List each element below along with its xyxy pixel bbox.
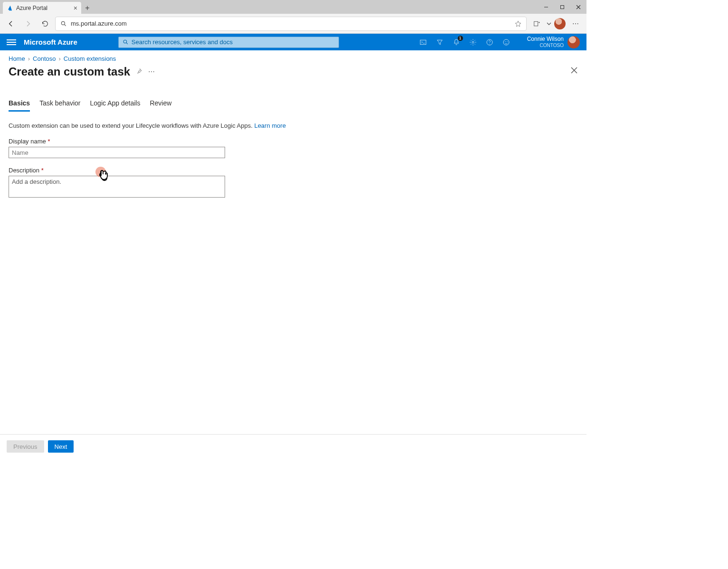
svg-point-16 [505,41,505,42]
close-blade-button[interactable] [570,66,578,76]
browser-profile-avatar[interactable] [554,18,566,29]
browser-toolbar: ms.portal.azure.com ⋯ [0,14,586,34]
svg-point-9 [123,40,127,43]
previous-button[interactable]: Previous [7,440,44,453]
address-url: ms.portal.azure.com [71,20,127,27]
more-icon[interactable]: ⋯ [148,68,155,76]
window-titlebar: Azure Portal × + [0,0,586,14]
close-tab-icon[interactable]: × [74,4,77,12]
chevron-right-icon: › [58,55,60,62]
azure-icon [7,5,13,11]
svg-line-5 [65,24,66,26]
learn-more-link[interactable]: Learn more [254,122,285,129]
tab-logic-app-details[interactable]: Logic App details [90,96,141,112]
back-button[interactable] [4,17,18,31]
breadcrumb: Home › Contoso › Custom extensions [9,55,578,62]
notifications-badge: 1 [458,36,463,41]
browser-tab[interactable]: Azure Portal × [3,2,81,14]
help-button[interactable] [482,34,498,50]
favorite-icon[interactable] [515,20,521,27]
search-icon [123,39,129,45]
breadcrumb-custom-extensions[interactable]: Custom extensions [64,55,116,62]
window-controls [538,0,586,14]
form-tabs: Basics Task behavior Logic App details R… [9,96,578,112]
svg-point-15 [503,39,509,45]
global-search-placeholder: Search resources, services and docs [132,38,233,46]
display-name-input[interactable] [9,147,225,158]
cloud-shell-button[interactable] [415,34,432,50]
search-icon [60,20,67,27]
breadcrumb-contoso[interactable]: Contoso [33,55,56,62]
forward-button[interactable] [21,17,35,31]
window-close-button[interactable] [570,0,586,14]
svg-rect-6 [534,21,538,26]
user-org: CONTOSO [527,42,564,48]
svg-point-12 [472,41,474,43]
page-title: Create an custom task [9,65,130,78]
browser-tab-title: Azure Portal [16,5,47,11]
directory-filter-button[interactable] [432,34,448,50]
svg-rect-11 [420,40,426,44]
display-name-label: Display name * [9,138,225,145]
window-minimize-button[interactable] [538,0,554,14]
avatar [567,36,580,48]
svg-line-10 [126,43,128,44]
tab-task-behavior[interactable]: Task behavior [39,96,80,112]
refresh-button[interactable] [38,17,52,31]
breadcrumb-home[interactable]: Home [9,55,25,62]
browser-menu-button[interactable]: ⋯ [568,17,583,31]
next-button[interactable]: Next [48,440,74,453]
new-tab-button[interactable]: + [81,2,94,14]
account-menu[interactable]: Connie Wilson CONTOSO [527,36,580,48]
pin-icon[interactable] [136,68,142,76]
settings-button[interactable] [465,34,482,50]
collections-button[interactable] [529,17,544,31]
browser-tabstrip: Azure Portal × + [3,2,94,14]
window-maximize-button[interactable] [554,0,570,14]
wizard-footer: Previous Next [0,434,586,458]
hamburger-menu-button[interactable] [7,39,16,45]
azure-top-nav: Microsoft Azure Search resources, servic… [0,34,586,50]
svg-point-4 [61,21,65,25]
blade-content: Home › Contoso › Custom extensions Creat… [0,50,586,434]
svg-rect-1 [561,5,564,9]
notifications-button[interactable]: 1 [448,34,465,50]
feedback-button[interactable] [498,34,515,50]
description-input[interactable] [9,176,225,198]
address-bar[interactable]: ms.portal.azure.com [55,17,527,31]
global-search-input[interactable]: Search resources, services and docs [118,37,339,48]
chevron-right-icon: › [28,55,30,62]
info-text: Custom extension can be used to extend y… [9,122,578,129]
description-label: Description * [9,167,225,174]
chevron-down-icon[interactable] [547,21,551,26]
user-name: Connie Wilson [527,36,564,42]
svg-point-17 [507,41,507,42]
tab-review[interactable]: Review [150,96,171,112]
svg-point-14 [490,43,490,44]
brand-label[interactable]: Microsoft Azure [24,38,77,46]
tab-basics[interactable]: Basics [9,96,30,112]
